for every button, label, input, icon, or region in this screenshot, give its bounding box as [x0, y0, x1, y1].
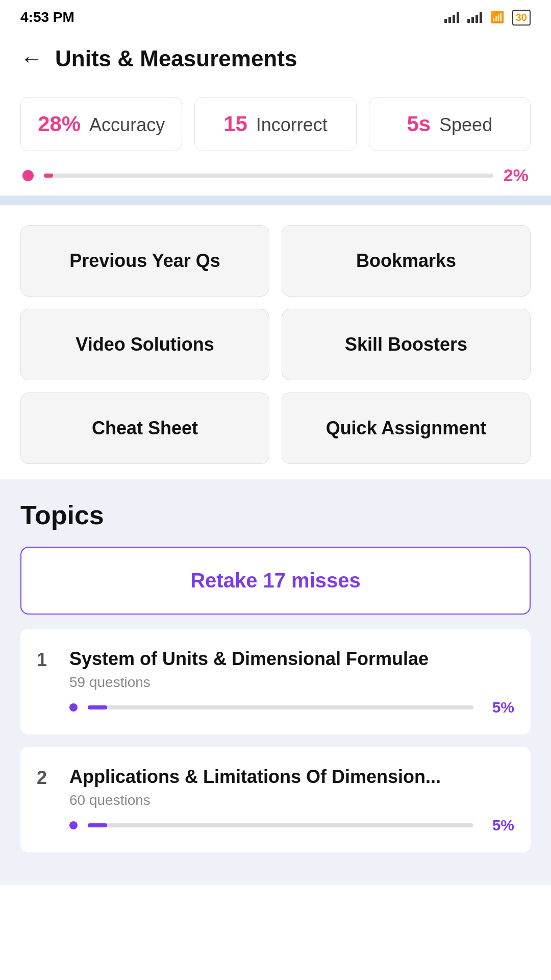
topic-progress-bg	[88, 823, 473, 827]
speed-value: 5s	[407, 112, 431, 136]
cheat-sheet-button[interactable]: Cheat Sheet	[20, 393, 269, 464]
overall-progress-row: 2%	[20, 165, 531, 185]
progress-dot	[22, 170, 34, 181]
incorrect-card: 15 Incorrect	[194, 97, 356, 151]
progress-bar-bg	[44, 174, 493, 178]
topic-progress-fill	[88, 705, 107, 709]
topic-progress-percentage: 5%	[484, 699, 514, 716]
topics-section: Topics Retake 17 misses 1 System of Unit…	[0, 479, 551, 885]
topic-card[interactable]: 2 Applications & Limitations Of Dimensio…	[20, 747, 531, 852]
topic-progress-fill	[88, 823, 107, 827]
topic-header: 1 System of Units & Dimensional Formulae…	[37, 647, 514, 691]
topics-title: Topics	[20, 500, 531, 530]
topic-number: 2	[37, 765, 57, 789]
topic-info: Applications & Limitations Of Dimension.…	[69, 765, 514, 808]
wifi-icon: 📶	[490, 11, 504, 24]
status-icons: 📶 30	[444, 10, 531, 26]
topic-progress-bg	[88, 705, 473, 709]
topic-list: 1 System of Units & Dimensional Formulae…	[20, 629, 531, 852]
back-button[interactable]: ←	[20, 47, 43, 70]
skill-boosters-button[interactable]: Skill Boosters	[282, 309, 531, 380]
progress-bar-fill	[44, 174, 53, 178]
page-title: Units & Measurements	[55, 46, 297, 71]
page-header: ← Units & Measurements	[0, 31, 551, 82]
signal-bars-1	[444, 12, 459, 23]
topic-questions: 60 questions	[69, 792, 514, 808]
status-bar: 4:53 PM 📶 30	[0, 0, 551, 31]
topic-progress-percentage: 5%	[484, 817, 514, 834]
stats-row: 28% Accuracy 15 Incorrect 5s Speed	[20, 97, 531, 151]
topic-progress-row: 5%	[37, 817, 514, 834]
topic-questions: 59 questions	[69, 674, 514, 691]
accuracy-value: 28%	[38, 112, 81, 136]
video-solutions-button[interactable]: Video Solutions	[20, 309, 269, 380]
topic-name: System of Units & Dimensional Formulae	[69, 647, 514, 671]
signal-bars-2	[467, 12, 482, 23]
bookmarks-button[interactable]: Bookmarks	[282, 225, 531, 297]
time: 4:53 PM	[20, 9, 74, 26]
topic-progress-dot	[69, 821, 78, 829]
quick-assignment-button[interactable]: Quick Assignment	[282, 393, 531, 464]
topic-progress-dot	[69, 703, 78, 712]
incorrect-value: 15	[223, 112, 247, 136]
action-grid: Previous Year Qs Bookmarks Video Solutio…	[0, 205, 551, 479]
stats-section: 28% Accuracy 15 Incorrect 5s Speed 2%	[0, 82, 551, 195]
incorrect-label: Incorrect	[256, 114, 328, 135]
retake-button[interactable]: Retake 17 misses	[20, 547, 531, 615]
section-divider	[0, 195, 551, 205]
topic-name: Applications & Limitations Of Dimension.…	[69, 765, 514, 789]
accuracy-label: Accuracy	[89, 114, 165, 135]
topic-header: 2 Applications & Limitations Of Dimensio…	[37, 765, 514, 808]
topic-number: 1	[37, 647, 57, 671]
topic-card[interactable]: 1 System of Units & Dimensional Formulae…	[20, 629, 531, 734]
previous-year-qs-button[interactable]: Previous Year Qs	[20, 225, 269, 297]
accuracy-card: 28% Accuracy	[20, 97, 182, 151]
progress-percentage: 2%	[504, 165, 529, 185]
speed-card: 5s Speed	[369, 97, 531, 151]
topic-progress-row: 5%	[37, 699, 514, 716]
topic-info: System of Units & Dimensional Formulae 5…	[69, 647, 514, 691]
battery-indicator: 30	[512, 10, 531, 26]
speed-label: Speed	[439, 114, 492, 135]
